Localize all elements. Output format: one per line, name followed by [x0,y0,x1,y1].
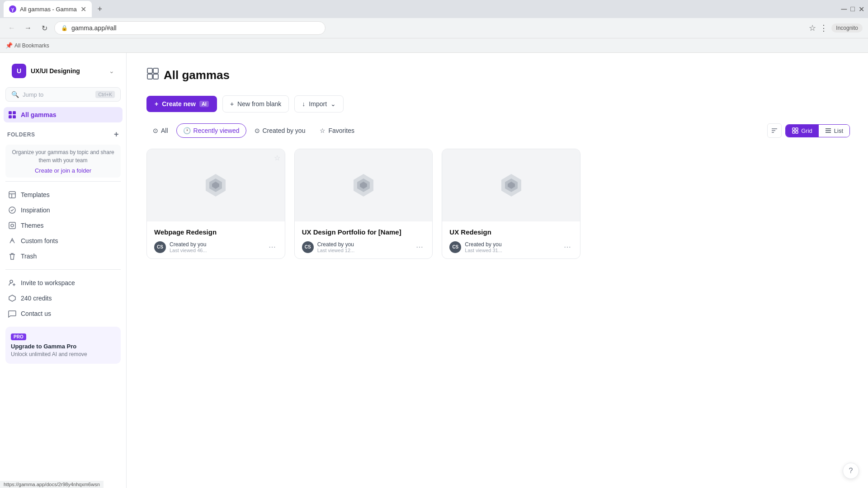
card-body-2: UX Redesign CS Created by you Last viewe… [442,221,580,258]
filter-all-button[interactable]: ⊙ All [146,124,175,137]
card-avatar-2: CS [449,241,461,253]
browser-actions: ☆ ⋮ Incognito [809,23,863,33]
tab-bar: γ All gammas - Gamma ✕ + ─ □ ✕ [0,0,868,18]
filter-created-by-you-button[interactable]: ⊙ Created by you [248,124,312,137]
create-new-button[interactable]: + Create new AI [146,96,217,112]
plus-icon: + [155,100,158,108]
new-from-blank-button[interactable]: + New from blank [222,95,289,113]
filter-recently-viewed-button[interactable]: 🕐 Recently viewed [176,123,246,138]
app-container: U UX/UI Designing ⌄ 🔍 Jump to Ctrl+K [0,53,868,488]
filter-all-label: All [161,127,168,134]
card-creator-1: Created by you [317,241,411,248]
sidebar-item-label: Inspiration [21,206,118,214]
list-view-button[interactable]: List [819,125,849,137]
gamma-card-2[interactable]: UX Redesign CS Created by you Last viewe… [442,149,580,259]
sidebar-divider-1 [5,181,121,182]
card-more-menu-1[interactable]: ⋯ [414,242,425,253]
sidebar-item-trash[interactable]: Trash [4,249,123,264]
svg-marker-14 [9,295,15,301]
sidebar-divider-2 [5,269,121,270]
filter-created-by-you-label: Created by you [263,127,306,134]
reload-button[interactable]: ↻ [38,22,51,34]
add-folder-button[interactable]: + [114,130,119,139]
help-button[interactable]: ? [843,463,859,479]
back-button[interactable]: ← [5,22,18,34]
sidebar-item-all-gammas[interactable]: All gammas [4,107,123,122]
card-viewed-2: Last viewed 31... [465,248,558,253]
pro-badge: PRO [11,333,26,340]
sidebar-item-label: All gammas [21,111,118,118]
gamma-card-0[interactable]: ☆ Webpage Redesign CS Created by you Las… [146,149,285,259]
templates-icon [8,191,16,199]
browser-menu-button[interactable]: ⋮ [820,23,828,33]
address-bar[interactable]: 🔒 gamma.app/#all [54,21,326,35]
card-more-menu-2[interactable]: ⋯ [562,242,573,253]
search-bar[interactable]: 🔍 Jump to Ctrl+K [5,87,121,102]
sidebar-item-label: 240 credits [21,295,52,302]
sidebar-item-custom-fonts[interactable]: Custom fonts [4,233,123,249]
sidebar-item-credits[interactable]: 240 credits [4,291,123,306]
workspace-selector[interactable]: U UX/UI Designing ⌄ [7,60,119,82]
trash-icon [8,252,16,260]
maximize-button[interactable]: □ [850,5,855,13]
cards-grid: ☆ Webpage Redesign CS Created by you Las… [146,149,580,259]
card-title-1: UX Design Portfolio for [Name] [302,228,425,237]
sidebar-item-contact[interactable]: Contact us [4,306,123,321]
filter-favorites-button[interactable]: ☆ Favorites [313,124,361,137]
card-star-0[interactable]: ☆ [274,154,280,162]
sidebar-item-invite[interactable]: Invite to workspace [4,275,123,291]
page-icon [146,67,159,83]
close-tab-button[interactable]: ✕ [80,5,86,14]
custom-fonts-icon [8,237,16,245]
card-info-0: Created by you Last viewed 46... [170,241,263,253]
close-window-button[interactable]: ✕ [859,5,864,14]
folders-section: Folders + [0,124,126,145]
import-button[interactable]: ↓ Import ⌄ [294,95,344,113]
sidebar-header: U UX/UI Designing ⌄ [0,53,126,85]
forward-button[interactable]: → [22,22,34,34]
card-creator-2: Created by you [465,241,558,248]
card-info-1: Created by you Last viewed 12... [317,241,411,253]
gamma-card-1[interactable]: UX Design Portfolio for [Name] CS Create… [294,149,433,259]
all-filter-icon: ⊙ [153,127,158,134]
browser-chrome: γ All gammas - Gamma ✕ + ─ □ ✕ ← → ↻ 🔒 g… [0,0,868,53]
search-shortcut: Ctrl+K [95,91,115,98]
sidebar-item-label: Trash [21,253,118,260]
sidebar-menu: Templates Inspiration Themes Custom font… [0,185,126,266]
new-tab-button[interactable]: + [94,3,106,15]
sidebar-item-templates[interactable]: Templates [4,187,123,202]
card-creator-0: Created by you [170,241,263,248]
grid-view-button[interactable]: Grid [786,125,819,137]
bookmark-star[interactable]: ☆ [809,23,816,33]
card-avatar-1: CS [302,241,314,253]
card-viewed-0: Last viewed 46... [170,248,263,253]
create-folder-link[interactable]: Create or join a folder [11,167,115,174]
svg-rect-3 [13,115,16,118]
svg-rect-22 [793,128,795,130]
import-chevron-icon: ⌄ [330,100,336,108]
blank-plus-icon: + [230,100,234,108]
workspace-avatar: U [12,64,26,78]
workspace-name: UX/UI Designing [31,67,104,75]
active-tab[interactable]: γ All gammas - Gamma ✕ [4,1,92,17]
status-bar: https://gamma.app/docs/2r98y4nhqxm6wsn [0,481,104,488]
svg-point-9 [11,224,14,227]
view-toggle: Grid List [785,124,850,137]
card-meta-1: CS Created by you Last viewed 12... ⋯ [302,241,425,253]
browser-controls: ← → ↻ 🔒 gamma.app/#all ☆ ⋮ Incognito [0,18,868,38]
sidebar-item-themes[interactable]: Themes [4,218,123,233]
sidebar-item-inspiration[interactable]: Inspiration [4,202,123,218]
bookmarks-bar: 📌 All Bookmarks [0,38,868,52]
sort-button[interactable] [767,123,782,138]
folder-info-card: Organize your gammas by topic and share … [5,145,121,178]
page-title: All gammas [164,68,230,82]
import-label: Import [309,100,327,108]
search-placeholder: Jump to [23,91,92,98]
filter-bar: ⊙ All 🕐 Recently viewed ⊙ Created by you… [146,123,850,138]
minimize-button[interactable]: ─ [841,5,847,14]
card-more-menu-0[interactable]: ⋯ [267,242,278,253]
svg-rect-0 [9,111,12,114]
upgrade-card[interactable]: PRO Upgrade to Gamma Pro Unlock unlimite… [5,327,121,364]
sidebar-bottom-nav: Invite to workspace 240 credits Contact … [0,273,126,323]
svg-rect-16 [153,68,158,73]
